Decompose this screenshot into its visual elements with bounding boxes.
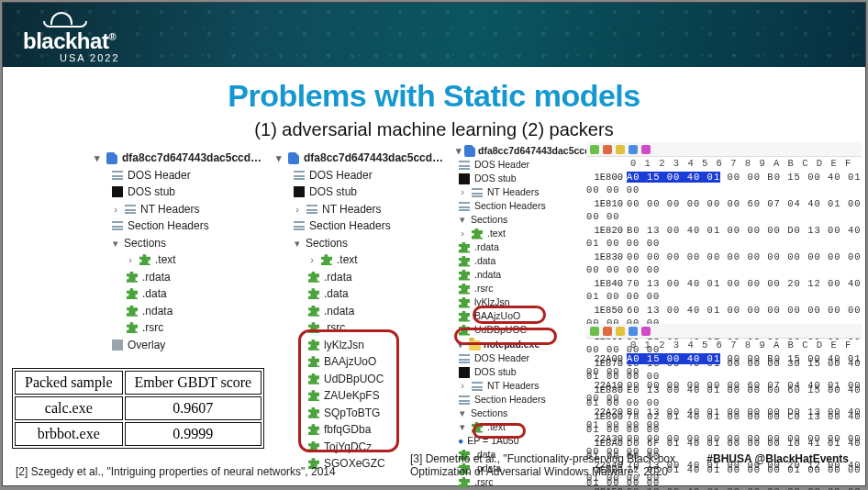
citation-2: [2] Szegedy et al., "Intriguing properti… [16, 465, 336, 478]
brand-reg: ® [108, 31, 116, 42]
slide-subtitle: (1) adversarial machine learning (2) pac… [3, 119, 865, 140]
pe-tree-middle: ▾dfa8cc7d647443dac5ccd… DOS Header DOS s… [274, 150, 458, 473]
brand-year: USA 2022 [60, 52, 120, 63]
pe-tree-left: ▾dfa8cc7d647443dac5ccd… DOS Header DOS s… [93, 150, 267, 353]
citation-3: [3] Demetrio et al., "Functionality-pres… [410, 452, 713, 478]
tree-head: dfa8cc7d647443dac5ccd… [122, 150, 262, 167]
header-banner: blackhat® USA 2022 [3, 3, 865, 67]
brand-name: blackhat [23, 28, 108, 53]
blackhat-logo: blackhat® USA 2022 [23, 12, 120, 63]
ember-table: Packed sampleEmber GBDT score calc.exe0.… [12, 368, 264, 449]
slide-title: Problems with Static models [3, 78, 865, 114]
hat-icon [50, 12, 72, 25]
tree-head: dfa8cc7d647443dac5ccd… [304, 150, 443, 167]
hashtag: #BHUSA @BlackHatEvents [707, 452, 849, 465]
pe-tree-small: ▾dfa8cc7d647443dac5ccd… DOS Header DOS s… [456, 144, 584, 490]
